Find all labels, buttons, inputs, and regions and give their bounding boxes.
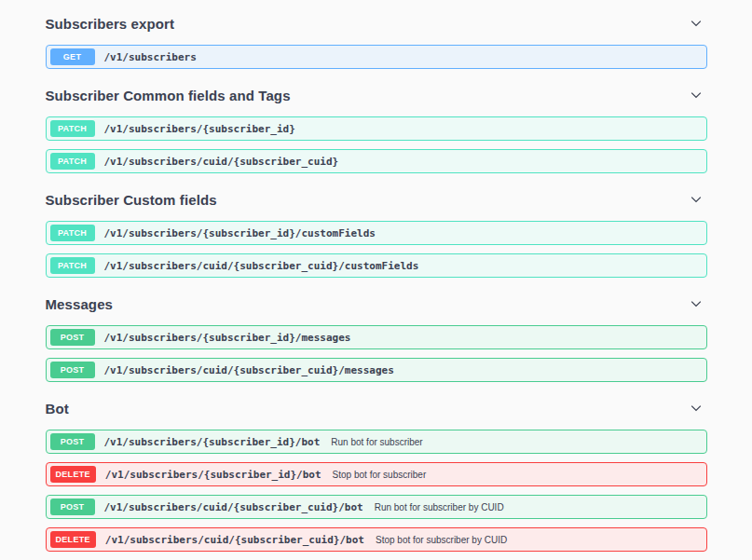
operation-summary: Run bot for subscriber [331,437,422,447]
chevron-down-icon[interactable] [687,190,705,209]
section-title: Bot [46,401,69,417]
method-badge: PATCH [50,120,95,137]
sections-container: Subscribers export GET /v1/subscribers S… [46,6,707,560]
endpoint-path: /v1/subscribers/{subscriber_id} [104,123,295,135]
method-badge: POST [50,433,95,450]
endpoint-path: /v1/subscribers [104,51,197,63]
method-badge: POST [50,499,95,515]
operation-row[interactable]: GET /v1/subscribers [46,45,707,69]
method-badge: GET [50,48,95,65]
method-badge: PATCH [50,257,95,274]
operations-list: POST /v1/subscribers/{subscriber_id}/mes… [46,325,707,382]
section-header[interactable]: Bot [46,390,707,425]
section-header[interactable]: Messages [46,286,707,321]
endpoint-path: /v1/subscribers/cuid/{subscriber_cuid}/c… [104,260,419,272]
endpoint-path: /v1/subscribers/{subscriber_id}/messages [104,332,351,344]
chevron-down-icon[interactable] [687,399,705,417]
endpoint-path: /v1/subscribers/{subscriber_id}/customFi… [104,227,376,239]
section-header[interactable]: Subscriber Custom fields [46,182,707,216]
api-docs-page: Subscribers export GET /v1/subscribers S… [46,0,707,560]
operation-summary: Stop bot for subscriber [333,470,427,480]
operations-list: PATCH /v1/subscribers/{subscriber_id} PA… [46,116,707,173]
endpoint-path: /v1/subscribers/cuid/{subscriber_cuid}/b… [105,534,364,546]
operation-row[interactable]: PATCH /v1/subscribers/cuid/{subscriber_c… [46,253,707,278]
section-title: Subscriber Common fields and Tags [46,88,291,103]
method-badge: POST [50,329,95,346]
operation-row[interactable]: POST /v1/subscribers/cuid/{subscriber_cu… [46,358,707,382]
operations-list: PATCH /v1/subscribers/{subscriber_id}/cu… [46,221,707,278]
operation-summary: Run bot for subscriber by CUID [375,502,504,512]
endpoint-path: /v1/subscribers/{subscriber_id}/bot [105,469,321,481]
endpoint-path: /v1/subscribers/cuid/{subscriber_cuid}/b… [104,501,363,513]
api-section: Messages POST /v1/subscribers/{subscribe… [46,286,707,382]
operations-list: POST /v1/subscribers/{subscriber_id}/bot… [46,430,707,552]
api-section: Subscriber Custom fields PATCH /v1/subsc… [46,182,707,278]
operation-row[interactable]: POST /v1/subscribers/cuid/{subscriber_cu… [46,495,707,519]
method-badge: PATCH [50,225,95,241]
endpoint-path: /v1/subscribers/{subscriber_id}/bot [104,436,321,448]
section-title: Subscriber Custom fields [46,192,217,208]
chevron-down-icon[interactable] [687,294,705,313]
operation-summary: Stop bot for subscriber by CUID [376,535,507,545]
operation-row[interactable]: POST /v1/subscribers/{subscriber_id}/bot… [46,430,707,454]
chevron-down-icon[interactable] [687,14,705,33]
section-header[interactable]: Subscribers export [46,6,707,40]
operation-row[interactable]: PATCH /v1/subscribers/cuid/{subscriber_c… [46,149,707,173]
operation-row[interactable]: PATCH /v1/subscribers/{subscriber_id}/cu… [46,221,707,245]
api-section: Bot POST /v1/subscribers/{subscriber_id}… [46,390,707,552]
endpoint-path: /v1/subscribers/cuid/{subscriber_cuid}/m… [104,364,394,376]
api-section: Subscriber Common fields and Tags PATCH … [46,77,707,173]
section-title: Subscribers export [46,16,175,32]
method-badge: DELETE [50,531,96,548]
method-badge: DELETE [50,466,96,483]
method-badge: POST [50,362,95,378]
endpoint-path: /v1/subscribers/cuid/{subscriber_cuid} [104,156,339,168]
chevron-down-icon[interactable] [687,86,705,104]
operations-list: GET /v1/subscribers [46,45,707,69]
operation-row[interactable]: DELETE /v1/subscribers/cuid/{subscriber_… [46,527,707,552]
section-title: Messages [46,296,114,312]
section-header[interactable]: Subscriber Common fields and Tags [46,77,707,112]
api-section: Subscribers export GET /v1/subscribers [46,6,707,69]
operation-row[interactable]: PATCH /v1/subscribers/{subscriber_id} [46,116,707,141]
method-badge: PATCH [50,153,95,170]
operation-row[interactable]: POST /v1/subscribers/{subscriber_id}/mes… [46,325,707,349]
operation-row[interactable]: DELETE /v1/subscribers/{subscriber_id}/b… [46,462,707,486]
